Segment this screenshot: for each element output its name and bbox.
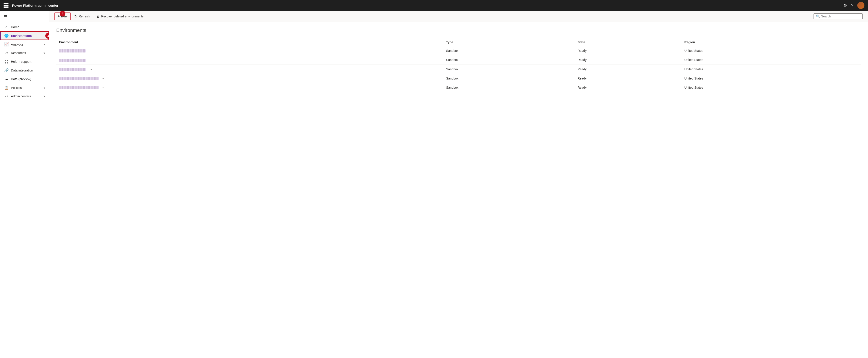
env-more-options[interactable]: ··· [88,58,92,62]
table-row[interactable]: ··· Sandbox Ready United States [56,55,861,64]
env-state-cell: Ready [575,74,682,83]
env-region-cell: United States [682,55,861,64]
env-type-cell: Sandbox [443,64,575,74]
analytics-chevron-icon: ∨ [43,43,45,46]
policies-icon: 📋 [4,86,9,90]
col-environment: Environment [56,39,443,46]
main-layout: ☰ ⌂ Home 🌐 Environments 3 📈 Analytics ∨ … [0,11,868,358]
env-state-cell: Ready [575,46,682,55]
env-name-cell[interactable]: ··· [56,83,443,92]
top-bar-left: Power Platform admin center [4,3,59,8]
resources-icon: 🗂 [4,51,9,55]
env-more-options[interactable]: ··· [88,67,92,71]
refresh-button[interactable]: ↻ Refresh [71,13,92,20]
sidebar-item-policies-label: Policies [11,86,41,90]
hamburger-menu[interactable]: ☰ [0,12,49,23]
env-more-options[interactable]: ··· [102,77,106,80]
sidebar-item-data-preview-label: Data (preview) [11,77,45,81]
table-row[interactable]: ··· Sandbox Ready United States [56,74,861,83]
resources-chevron-icon: ∨ [43,51,45,55]
environments-step-badge: 3 [45,33,49,39]
settings-icon[interactable]: ⚙ [843,3,847,8]
env-name-blurred [59,86,99,89]
sidebar-item-analytics-label: Analytics [11,43,41,46]
sidebar-item-data-preview[interactable]: ☁ Data (preview) [0,74,49,83]
sidebar-item-data-integration-label: Data integration [11,68,45,72]
col-state: State [575,39,682,46]
env-state-cell: Ready [575,83,682,92]
help-support-icon: 🎧 [4,59,9,64]
refresh-icon: ↻ [74,14,77,19]
recover-label: Recover deleted environments [101,14,144,18]
sidebar-item-home[interactable]: ⌂ Home [0,23,49,31]
page-title: Environments [56,27,861,33]
recover-icon: 🗑 [96,14,100,18]
table-row[interactable]: ··· Sandbox Ready United States [56,83,861,92]
env-type-cell: Sandbox [443,46,575,55]
env-name-blurred [59,68,86,71]
home-icon: ⌂ [4,25,9,29]
new-plus-icon: + [58,14,60,18]
sidebar-item-admin-centers-label: Admin centers [11,94,41,98]
env-type-cell: Sandbox [443,83,575,92]
env-region-cell: United States [682,46,861,55]
search-input[interactable] [821,14,860,18]
help-icon[interactable]: ? [851,3,853,8]
col-type: Type [443,39,575,46]
recover-button[interactable]: 🗑 Recover deleted environments [93,13,147,20]
refresh-label: Refresh [79,14,90,18]
toolbar: 4 + New ↻ Refresh 🗑 Recover deleted envi… [49,11,868,22]
app-title: Power Platform admin center [12,4,59,7]
col-region: Region [682,39,861,46]
env-name-blurred [59,77,99,80]
sidebar-item-help-support[interactable]: 🎧 Help + support [0,57,49,66]
table-row[interactable]: ··· Sandbox Ready United States [56,46,861,55]
env-state-cell: Ready [575,55,682,64]
table-row[interactable]: ··· Sandbox Ready United States [56,64,861,74]
data-preview-icon: ☁ [4,77,9,81]
new-button-wrapper: 4 + New [55,12,70,20]
sidebar-item-resources-label: Resources [11,51,41,55]
sidebar-item-resources[interactable]: 🗂 Resources ∨ [0,49,49,57]
env-region-cell: United States [682,74,861,83]
sidebar-item-environments[interactable]: 🌐 Environments 3 [0,31,49,40]
env-state-cell: Ready [575,64,682,74]
env-name-cell[interactable]: ··· [56,55,443,64]
env-region-cell: United States [682,83,861,92]
sidebar: ☰ ⌂ Home 🌐 Environments 3 📈 Analytics ∨ … [0,11,49,358]
env-name-cell[interactable]: ··· [56,64,443,74]
search-box[interactable]: 🔍 [813,13,863,19]
env-more-options[interactable]: ··· [102,86,106,89]
admin-centers-chevron-icon: ∨ [43,95,45,98]
sidebar-item-policies[interactable]: 📋 Policies ∨ [0,83,49,92]
env-name-cell[interactable]: ··· [56,46,443,55]
new-step-badge: 4 [60,11,65,17]
environments-table: Environment Type State Region ··· Sandbo… [56,39,861,92]
sidebar-item-admin-centers[interactable]: 🛡 Admin centers ∨ [0,92,49,100]
top-bar: Power Platform admin center ⚙ ? [0,0,868,11]
env-name-blurred [59,49,86,53]
sidebar-item-analytics[interactable]: 📈 Analytics ∨ [0,40,49,49]
sidebar-item-environments-label: Environments [11,34,45,37]
data-integration-icon: 🔗 [4,68,9,72]
analytics-icon: 📈 [4,42,9,47]
page-content: Environments Environment Type State Regi… [49,22,868,358]
admin-centers-icon: 🛡 [4,94,9,98]
sidebar-item-home-label: Home [11,25,45,29]
top-bar-right: ⚙ ? [843,2,864,9]
avatar[interactable] [857,2,864,9]
env-region-cell: United States [682,64,861,74]
env-more-options[interactable]: ··· [88,49,92,53]
env-type-cell: Sandbox [443,74,575,83]
policies-chevron-icon: ∨ [43,86,45,89]
env-name-cell[interactable]: ··· [56,74,443,83]
env-name-blurred [59,59,86,62]
sidebar-item-help-support-label: Help + support [11,60,45,63]
search-icon: 🔍 [816,14,820,18]
environments-icon: 🌐 [4,33,9,38]
sidebar-item-data-integration[interactable]: 🔗 Data integration [0,66,49,74]
apps-grid-icon[interactable] [4,3,8,8]
content-area: 4 + New ↻ Refresh 🗑 Recover deleted envi… [49,11,868,358]
env-type-cell: Sandbox [443,55,575,64]
